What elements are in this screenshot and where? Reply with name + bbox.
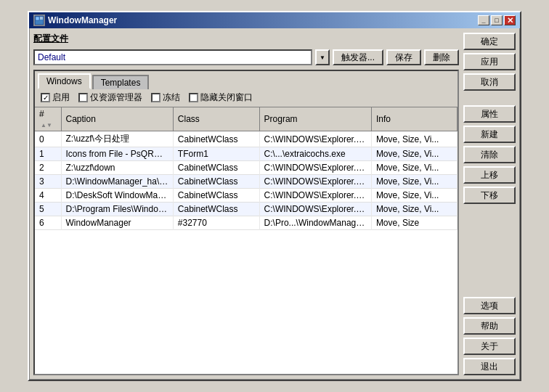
cell-class: CabinetWClass (173, 189, 259, 203)
apply-button[interactable]: 应用 (463, 53, 516, 70)
ok-button[interactable]: 确定 (463, 33, 516, 50)
cell-program: C:\WINDOWS\Explorer.EXE (259, 131, 371, 147)
cell-program: D:\Pro...\WindowManager.exe (259, 216, 371, 230)
cell-num: 6 (35, 216, 61, 230)
down-button[interactable]: 下移 (463, 187, 516, 204)
trigger-button[interactable]: 触发器... (333, 49, 383, 65)
tab-bar: Windows Templates (35, 71, 458, 89)
delete-button[interactable]: 删除 (424, 49, 459, 65)
table-row[interactable]: 0Z:\uzzf\今日处理CabinetWClassC:\WINDOWS\Exp… (35, 131, 458, 147)
cell-class: TForm1 (173, 147, 259, 161)
cell-caption: D:\Program Files\WindowMa... (61, 203, 173, 216)
window-body: 配置文件 ▼ 触发器... 保存 删除 Windows Templa (29, 28, 520, 380)
up-button[interactable]: 上移 (463, 166, 516, 184)
table-row[interactable]: 1Icons from File - PsQREdit.exeTForm1C:\… (35, 147, 458, 161)
options-button[interactable]: 选项 (463, 297, 516, 314)
col-header-program: Program (259, 107, 371, 131)
cell-info: Move, Size, Vi... (371, 161, 457, 175)
cell-program: C:\WINDOWS\Explorer.EXE (259, 175, 371, 189)
table-row[interactable]: 5D:\Program Files\WindowMa...CabinetWCla… (35, 203, 458, 216)
title-bar: WindowManager _ □ ✕ (29, 12, 520, 28)
cell-caption: D:\WindowManager_ha\Win... (61, 175, 173, 189)
about-button[interactable]: 关于 (463, 338, 516, 355)
cell-class: CabinetWClass (173, 161, 259, 175)
table-row[interactable]: 6WindowManager#32770D:\Pro...\WindowMana… (35, 216, 458, 230)
cell-caption: Z:\uzzf\down (61, 161, 173, 175)
title-bar-left: WindowManager (33, 15, 117, 26)
svg-rect-1 (36, 17, 39, 20)
cell-info: Move, Size (371, 216, 457, 230)
sort-arrows-num[interactable]: ▲▼ (41, 122, 52, 128)
cell-num: 5 (35, 203, 61, 216)
table-row[interactable]: 4D:\DeskSoft WindowManag...CabinetWClass… (35, 189, 458, 203)
freeze-checkbox-box (151, 93, 160, 102)
cell-info: Move, Size, Vi... (371, 147, 457, 161)
spacer-1 (463, 94, 516, 102)
maximize-button[interactable]: □ (491, 15, 503, 25)
enable-checkbox[interactable]: 启用 (41, 91, 70, 104)
title-controls: _ □ ✕ (478, 15, 516, 25)
cell-caption: WindowManager (61, 216, 173, 230)
resource-manager-checkbox[interactable]: 仅资源管理器 (78, 91, 142, 104)
freeze-checkbox[interactable]: 冻结 (151, 91, 180, 104)
cell-class: #32770 (173, 216, 259, 230)
table-area: # ▲▼ Caption Class Program (35, 107, 458, 374)
cell-program: C:\WINDOWS\Explorer.EXE (259, 161, 371, 175)
tab-templates[interactable]: Templates (92, 75, 150, 89)
main-area: 配置文件 ▼ 触发器... 保存 删除 Windows Templa (33, 33, 459, 375)
spacer-2 (463, 207, 516, 294)
cell-class: CabinetWClass (173, 203, 259, 216)
help-button[interactable]: 帮助 (463, 317, 516, 335)
minimize-button[interactable]: _ (478, 15, 489, 25)
config-select-input[interactable] (33, 49, 312, 65)
cell-info: Move, Size, Vi... (371, 189, 457, 203)
tab-windows[interactable]: Windows (38, 73, 91, 89)
app-icon (33, 15, 45, 26)
config-row: ▼ 触发器... 保存 删除 (33, 49, 459, 65)
main-window: WindowManager _ □ ✕ 配置文件 ▼ 触发器... 保存 删除 (28, 11, 521, 381)
col-header-caption: Caption (61, 107, 173, 131)
tabs-area: Windows Templates 启用 仅资源管理器 (33, 70, 459, 375)
cell-class: CabinetWClass (173, 131, 259, 147)
config-section: 配置文件 ▼ 触发器... 保存 删除 (33, 33, 459, 65)
cell-num: 1 (35, 147, 61, 161)
cell-num: 0 (35, 131, 61, 147)
config-select-arrow[interactable]: ▼ (315, 49, 330, 65)
cell-num: 4 (35, 189, 61, 203)
table-row[interactable]: 2Z:\uzzf\downCabinetWClassC:\WINDOWS\Exp… (35, 161, 458, 175)
cell-info: Move, Size, Vi... (371, 203, 457, 216)
cell-caption: Icons from File - PsQREdit.exe (61, 147, 173, 161)
cell-program: C:\WINDOWS\Explorer.EXE (259, 189, 371, 203)
svg-rect-2 (40, 17, 43, 20)
sidebar-buttons: 确定 应用 取消 属性 新建 清除 上移 下移 选项 帮助 关于 退出 (463, 33, 516, 375)
config-label: 配置文件 (33, 33, 459, 45)
table-row[interactable]: 3D:\WindowManager_ha\Win...CabinetWClass… (35, 175, 458, 189)
window-title: WindowManager (48, 15, 117, 25)
cell-info: Move, Size, Vi... (371, 175, 457, 189)
new-button[interactable]: 新建 (463, 126, 516, 143)
table-header-row: # ▲▼ Caption Class Program (35, 107, 458, 131)
cell-program: C:\...\extraicochs.exe (259, 147, 371, 161)
col-header-class: Class (173, 107, 259, 131)
cell-info: Move, Size, Vi... (371, 131, 457, 147)
cell-num: 3 (35, 175, 61, 189)
table-body: 0Z:\uzzf\今日处理CabinetWClassC:\WINDOWS\Exp… (35, 131, 458, 230)
hide-close-checkbox-box (189, 93, 198, 102)
exit-button[interactable]: 退出 (463, 358, 516, 375)
cell-class: CabinetWClass (173, 175, 259, 189)
cell-num: 2 (35, 161, 61, 175)
col-header-num: # ▲▼ (35, 107, 61, 131)
enable-checkbox-box (41, 93, 50, 102)
cell-caption: D:\DeskSoft WindowManag... (61, 189, 173, 203)
hide-close-checkbox[interactable]: 隐藏关闭窗口 (189, 91, 253, 104)
resource-manager-checkbox-box (78, 93, 88, 102)
save-button[interactable]: 保存 (386, 49, 421, 65)
windows-table: # ▲▼ Caption Class Program (35, 107, 458, 230)
tab-options-bar: 启用 仅资源管理器 冻结 隐藏关闭窗口 (35, 89, 458, 107)
properties-button[interactable]: 属性 (463, 105, 516, 123)
cancel-button[interactable]: 取消 (463, 73, 516, 91)
clear-button[interactable]: 清除 (463, 146, 516, 163)
col-header-info: Info (371, 107, 457, 131)
cell-program: C:\WINDOWS\Explorer.EXE (259, 203, 371, 216)
close-button[interactable]: ✕ (504, 15, 516, 25)
